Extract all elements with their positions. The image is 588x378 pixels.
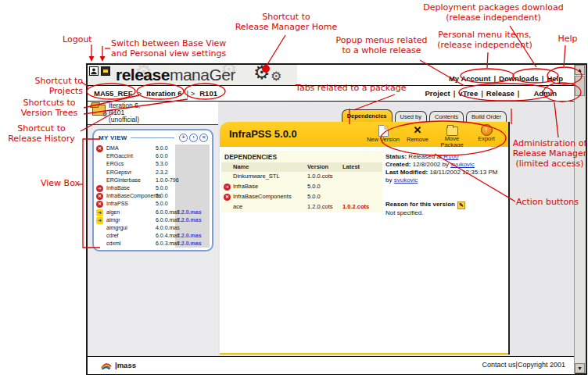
view-box-header: MY VIEW + › × — [99, 133, 208, 142]
view-box-title: MY VIEW — [99, 134, 127, 141]
package-version: 5.0.0 — [156, 200, 168, 208]
view-box-item[interactable]: ➜almgr6.0.0.mas7.2.0.mas — [94, 216, 212, 224]
package-name: InfraBaseComponents — [106, 192, 161, 200]
menu-item-help[interactable]: Help — [544, 74, 565, 83]
view-box-item[interactable]: ✕InfraBaseComponents5.0.0 — [94, 192, 212, 200]
annotation-label-action-buttons: Action buttons — [516, 197, 588, 207]
package-name: cdxml — [106, 240, 120, 248]
switch-view-icon[interactable] — [101, 66, 110, 76]
view-box-item[interactable]: cdref6.0.4.mas7.2.0.mas — [94, 232, 212, 240]
vertical-scrollbar[interactable]: ▲ ▼ — [574, 65, 586, 373]
rainbow-logo-icon — [100, 360, 113, 369]
created-text: 12/8/2002 by — [413, 161, 449, 168]
annotation-label-version-trees: Shortcuts to Version Trees — [14, 98, 84, 118]
menu-item-release[interactable]: Release — [484, 89, 517, 98]
annotation-label-help: Help — [550, 34, 586, 44]
created-label: Created: — [385, 161, 411, 168]
latest-version-link[interactable]: 7.2.0.mas — [177, 209, 202, 216]
package-name: InfraPSS — [106, 200, 128, 208]
breadcrumb-project[interactable]: MA55_REF — [94, 89, 133, 98]
menu-item-downloads[interactable]: Downloads — [497, 74, 541, 83]
logout-icon[interactable] — [89, 66, 99, 76]
annotation-label-popup-menus: Popup menus related to a whole release — [322, 35, 441, 55]
excluded-icon: ✕ — [96, 201, 103, 208]
view-box-item[interactable]: ERGaccInt6.0.0 — [94, 152, 212, 160]
breadcrumb-release[interactable]: R101 — [199, 89, 217, 98]
dependency-row[interactable]: Dinkumware_STL1.0.0.cots — [221, 172, 382, 182]
dependencies-heading: DEPENDENCIES — [221, 151, 382, 162]
scroll-up-icon[interactable]: ▲ — [575, 65, 585, 75]
tab-build-order[interactable]: Build Order — [466, 111, 507, 122]
dependency-row[interactable]: ace1.2.0.cots1.0.2.cots — [221, 202, 382, 212]
dependencies-rows: Dinkumware_STL1.0.0.cots➜InfraBase5.0.0✕… — [221, 172, 382, 212]
view-box-item[interactable]: ✕InfraPSS5.0.0 — [94, 200, 212, 208]
view-box-item[interactable]: ➜algen6.0.0.mas7.2.0.mas — [94, 209, 212, 216]
excluded-icon: ✕ — [96, 193, 103, 200]
breadcrumb-separator: > — [133, 89, 147, 98]
dependencies-table: DEPENDENCIES NameVersionLatest Dinkumwar… — [221, 151, 382, 212]
reason-label: Reason for this version — [385, 201, 455, 208]
package-version: 4.0.0.mas — [156, 224, 180, 232]
package-version: 5.0.0 — [156, 192, 168, 200]
annotation-arrowhead-logout — [89, 56, 95, 62]
action-export[interactable]: ↑Export — [469, 123, 504, 148]
annotation-label-deployment: Deployment packages download (release in… — [399, 2, 588, 23]
tab-used-by[interactable]: Used by — [395, 111, 428, 122]
menu-item-vtree[interactable]: vTree — [456, 89, 480, 98]
status-panel: Status: Released at R100 Created: 12/8/2… — [385, 153, 504, 217]
logo-bold: release — [116, 66, 170, 84]
tab-dependencies[interactable]: Dependencies — [342, 109, 393, 122]
action-remove[interactable]: ✕Remove — [400, 123, 435, 148]
brand-label: |mass — [115, 361, 136, 369]
package-tabs: DependenciesUsed byContentsBuild Order — [339, 110, 507, 122]
action-move-package[interactable]: Move Package — [435, 123, 469, 148]
vtree-info-text: Iteration 6, R101 (unofficial) — [109, 102, 140, 123]
brand-link[interactable]: |mass — [100, 360, 136, 369]
latest-version-link[interactable]: 7.2.0.mas — [177, 216, 202, 224]
created-user-link[interactable]: svukovic — [450, 161, 475, 168]
view-box-item[interactable]: almgrgui4.0.0.mas — [94, 224, 212, 232]
tab-contents[interactable]: Contents — [429, 111, 464, 122]
scrollbar-thumb[interactable] — [575, 76, 585, 96]
view-box-add-icon[interactable]: + — [179, 134, 188, 142]
annotation-label-view-box: View Box — [41, 178, 83, 188]
view-box-item[interactable]: ERGcs5.3.0 — [94, 160, 212, 168]
package-version: 5.3.0 — [156, 160, 168, 168]
view-box-item[interactable]: ERGepsvr2.3.2 — [94, 169, 212, 177]
dependency-row[interactable]: ✕InfraBaseComponents5.0.0 — [221, 192, 382, 202]
view-box-item[interactable]: ➜InfraBase5.0.0 — [94, 184, 212, 192]
menu-item-admin[interactable]: Admin — [531, 89, 559, 98]
view-box-item[interactable]: ERGinterbase1.0.0-796 — [94, 177, 212, 184]
contact-us-link[interactable]: Contact us — [482, 361, 516, 369]
footer-links: Contact us|Copyright 2001 — [482, 361, 565, 369]
content-right-border — [508, 122, 510, 355]
modified-user-link[interactable]: svukovic — [394, 177, 418, 184]
created-line: Created: 12/8/2002 by svukovic — [385, 161, 504, 169]
latest-version-link[interactable]: 7.2.0.mas — [177, 240, 202, 248]
menu-item-my-account[interactable]: My Account — [446, 74, 493, 83]
home-shortcut-gears-icon[interactable]: ⚙ ⚙ — [242, 62, 297, 87]
scroll-down-icon[interactable]: ▼ — [575, 363, 585, 373]
view-box-expand-icon[interactable]: › — [189, 134, 198, 142]
switch-view-glyph — [103, 70, 108, 73]
view-box-item[interactable]: ✕DMA5.0.0 — [94, 144, 212, 152]
view-box: MY VIEW + › × ✕DMA5.0.0ERGaccInt6.0.0ERG… — [92, 129, 213, 251]
modified-line: Last Modified: 18/11/2002 12:35:13 PM by… — [385, 169, 504, 184]
view-box-close-icon[interactable]: × — [199, 134, 208, 142]
latest-version-link[interactable]: 7.2.0.mas — [177, 232, 202, 240]
status-release-link[interactable]: R100 — [443, 153, 458, 160]
breadcrumb-vtree[interactable]: Iteration 6 — [146, 89, 181, 98]
menu-separator: | — [517, 89, 521, 98]
app-footer: |mass Contact us|Copyright 2001 — [88, 356, 575, 374]
package-name: almgrgui — [106, 224, 127, 232]
column-header-name: Name — [233, 162, 249, 172]
action-new-version[interactable]: New Version — [366, 123, 400, 148]
edit-reason-icon[interactable]: ✎ — [457, 201, 465, 209]
package-content: DEPENDENCIES NameVersionLatest Dinkumwar… — [220, 147, 508, 355]
annotation-label-tabs: Tabs related to a package — [296, 83, 444, 93]
package-name: almgr — [106, 216, 120, 224]
dependency-row[interactable]: ➜InfraBase5.0.0 — [221, 182, 382, 192]
view-box-item[interactable]: cdxml6.0.3.mas7.2.0.mas — [94, 240, 212, 248]
app-logo: releasemanaGer — [116, 65, 235, 85]
package-version: 6.0.0 — [156, 152, 168, 160]
